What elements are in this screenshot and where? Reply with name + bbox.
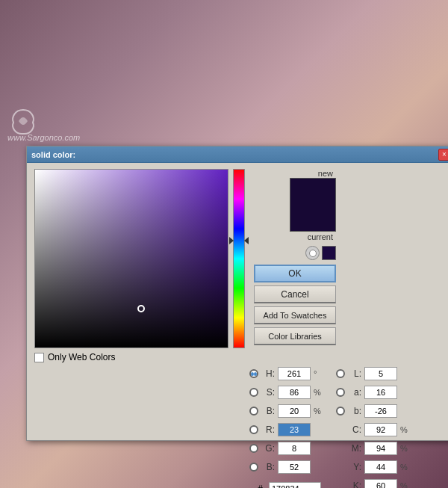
- input-b[interactable]: [364, 404, 397, 418]
- watermark-text: www.Sargonco.com: [7, 133, 80, 142]
- hash-symbol: #: [249, 484, 263, 488]
- unit-B: %: [314, 407, 324, 416]
- field-row-G: G:: [249, 440, 324, 457]
- input-a[interactable]: [364, 386, 397, 399]
- unit-M: %: [400, 444, 411, 453]
- label-Y: Y:: [348, 462, 361, 472]
- unit-S: %: [314, 388, 324, 397]
- new-label: new: [318, 169, 333, 178]
- radio-S[interactable]: [249, 388, 258, 397]
- color-libraries-button[interactable]: Color Libraries: [254, 327, 336, 345]
- field-row-a: a:: [336, 384, 411, 401]
- input-K[interactable]: [364, 479, 397, 488]
- input-Y[interactable]: [364, 460, 397, 474]
- ok-button[interactable]: OK: [254, 265, 336, 282]
- label-G: G:: [261, 443, 275, 454]
- field-row-H: H: °: [249, 365, 324, 382]
- only-web-colors-checkbox[interactable]: [34, 353, 44, 362]
- field-row-L: L:: [336, 365, 411, 382]
- radio-H[interactable]: [249, 369, 258, 378]
- unit-Y: %: [400, 463, 411, 472]
- field-row-C: C: %: [336, 421, 411, 438]
- input-B2[interactable]: [278, 460, 311, 474]
- input-L[interactable]: [364, 367, 397, 380]
- radio-G[interactable]: [249, 444, 258, 453]
- label-K: K:: [348, 481, 361, 488]
- label-a: a:: [348, 387, 361, 398]
- field-row-M: M: %: [336, 440, 411, 457]
- label-S: S:: [261, 387, 275, 398]
- label-B: B:: [261, 406, 275, 416]
- field-row-K: K: %: [336, 478, 411, 488]
- dialog-title: solid color:: [31, 150, 75, 159]
- hue-arrow-right: [244, 237, 249, 244]
- color-saturation-field[interactable]: [34, 169, 228, 348]
- unit-H: °: [314, 369, 324, 378]
- only-web-colors-label: Only Web Colors: [48, 352, 115, 362]
- input-R[interactable]: [278, 423, 311, 436]
- input-H[interactable]: [278, 367, 311, 380]
- unit-K: %: [400, 481, 411, 488]
- input-M[interactable]: [364, 442, 397, 455]
- input-G[interactable]: [278, 442, 311, 455]
- color-swatch-small: [322, 246, 336, 260]
- label-L: L:: [348, 368, 361, 379]
- close-button[interactable]: ×: [438, 149, 448, 161]
- add-to-swatches-button[interactable]: Add To Swatches: [254, 306, 336, 324]
- hue-slider[interactable]: [233, 169, 245, 348]
- radio-b[interactable]: [336, 407, 345, 416]
- dialog-titlebar: solid color: ×: [27, 146, 448, 163]
- unit-C: %: [400, 425, 411, 434]
- label-B2: B:: [261, 462, 275, 472]
- cancel-button[interactable]: Cancel: [254, 285, 336, 303]
- color-mode-toggle[interactable]: [305, 246, 320, 260]
- input-S[interactable]: [278, 386, 311, 399]
- field-row-B: B: %: [249, 403, 324, 419]
- field-row-b: b:: [336, 403, 411, 419]
- label-M: M:: [348, 443, 361, 454]
- only-web-colors-row: Only Web Colors: [34, 348, 228, 362]
- color-picker-dialog: solid color: × Only Web Colors: [26, 146, 448, 441]
- radio-R[interactable]: [249, 425, 258, 434]
- radio-B2[interactable]: [249, 463, 258, 472]
- label-H: H:: [261, 368, 275, 379]
- radio-B[interactable]: [249, 407, 258, 416]
- radio-L[interactable]: [336, 369, 345, 378]
- hex-input[interactable]: [269, 482, 321, 488]
- label-C: C:: [348, 424, 361, 435]
- label-b: b:: [348, 406, 361, 416]
- label-R: R:: [261, 424, 275, 435]
- preview-new-color: [290, 179, 335, 205]
- field-row-Y: Y: %: [336, 459, 411, 475]
- field-row-S: S: %: [249, 384, 324, 401]
- hue-arrow-left: [229, 237, 234, 244]
- color-preview: [290, 178, 336, 232]
- hex-row: #: [249, 479, 324, 488]
- preview-current-color: [290, 205, 335, 231]
- field-row-B2: B:: [249, 459, 324, 475]
- input-C[interactable]: [364, 423, 397, 436]
- radio-a[interactable]: [336, 388, 345, 397]
- current-label: current: [308, 232, 333, 241]
- input-B[interactable]: [278, 404, 311, 418]
- field-row-R: R:: [249, 421, 324, 438]
